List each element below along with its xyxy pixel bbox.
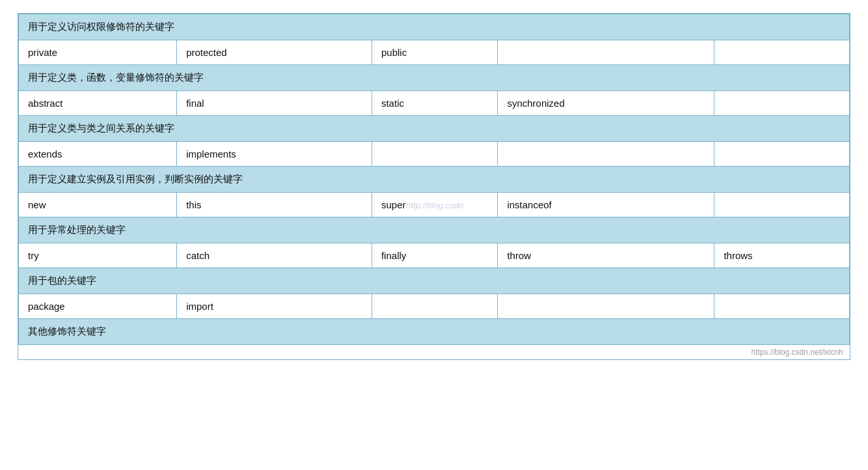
section-header-cell: 用于包的关键字 — [19, 268, 850, 294]
url-watermark: https://blog.csdn.net/lxicnh — [18, 345, 850, 359]
keyword-cell: private — [19, 40, 177, 65]
keyword-cell: superhttp://blog.csdn — [372, 193, 497, 217]
keyword-cell: public — [372, 40, 497, 65]
keyword-cell: finally — [372, 243, 497, 268]
keyword-cell: extends — [19, 142, 177, 167]
keyword-cell: new — [19, 193, 177, 217]
section-header-cell: 用于定义类，函数，变量修饰符的关键字 — [19, 65, 850, 91]
keyword-cell: static — [372, 91, 497, 116]
keyword-cell: instanceof — [498, 193, 714, 217]
keyword-row: privateprotectedpublic — [19, 40, 850, 65]
keyword-row: extendsimplements — [19, 142, 850, 167]
keyword-cell: try — [19, 243, 177, 268]
keyword-cell — [372, 142, 497, 167]
section-header-row: 用于异常处理的关键字 — [19, 217, 850, 243]
section-header-row: 用于包的关键字 — [19, 268, 850, 294]
main-table-wrapper: 用于定义访问权限修饰符的关键字privateprotectedpublic用于定… — [18, 13, 850, 360]
keyword-row: packageimport — [19, 294, 850, 319]
section-header-row: 用于定义类与类之间关系的关键字 — [19, 116, 850, 142]
keyword-cell: this — [177, 193, 372, 217]
section-header-cell: 用于定义建立实例及引用实例，判断实例的关键字 — [19, 167, 850, 193]
keyword-cell — [714, 193, 850, 217]
keyword-row: abstractfinalstaticsynchronized — [19, 91, 850, 116]
keyword-cell — [714, 40, 850, 65]
keyword-cell: package — [19, 294, 177, 319]
keyword-cell: catch — [177, 243, 372, 268]
keyword-cell: throws — [714, 243, 850, 268]
keyword-cell: implements — [177, 142, 372, 167]
keyword-cell — [714, 91, 850, 116]
section-header-row: 用于定义访问权限修饰符的关键字 — [19, 14, 850, 40]
keyword-row: newthissuperhttp://blog.csdninstanceof — [19, 193, 850, 217]
section-header-row: 其他修饰符关键字 — [19, 319, 850, 345]
watermark: http://blog.csdn — [406, 200, 463, 210]
keyword-cell — [498, 294, 714, 319]
keyword-cell: abstract — [19, 91, 177, 116]
keyword-cell: throw — [498, 243, 714, 268]
section-header-cell: 用于定义类与类之间关系的关键字 — [19, 116, 850, 142]
section-header-cell: 其他修饰符关键字 — [19, 319, 850, 345]
keywords-table: 用于定义访问权限修饰符的关键字privateprotectedpublic用于定… — [18, 14, 850, 345]
keyword-row: trycatchfinallythrowthrows — [19, 243, 850, 268]
keyword-cell — [498, 40, 714, 65]
keyword-cell — [714, 294, 850, 319]
keyword-cell: final — [177, 91, 372, 116]
keyword-cell — [714, 142, 850, 167]
keyword-cell — [498, 142, 714, 167]
keyword-cell: import — [177, 294, 372, 319]
section-header-row: 用于定义建立实例及引用实例，判断实例的关键字 — [19, 167, 850, 193]
section-header-row: 用于定义类，函数，变量修饰符的关键字 — [19, 65, 850, 91]
keyword-cell: protected — [177, 40, 372, 65]
section-header-cell: 用于定义访问权限修饰符的关键字 — [19, 14, 850, 40]
section-header-cell: 用于异常处理的关键字 — [19, 217, 850, 243]
keyword-cell: synchronized — [498, 91, 714, 116]
keyword-cell — [372, 294, 497, 319]
